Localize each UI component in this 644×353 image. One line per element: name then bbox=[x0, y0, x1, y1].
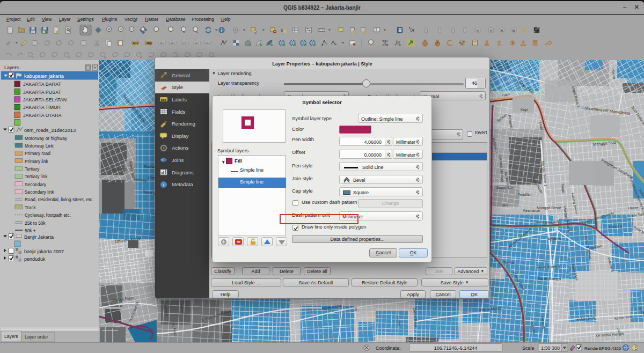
svg-text:JAKARTA PUSAT: JAKARTA PUSAT bbox=[23, 90, 62, 95]
svg-text:abc: abc bbox=[161, 98, 167, 101]
svg-text:Primary road: Primary road bbox=[25, 151, 50, 156]
svg-text:penduduk: penduduk bbox=[24, 256, 46, 262]
svg-text:Duri: Duri bbox=[502, 203, 508, 207]
svg-text:1:30 308: 1:30 308 bbox=[541, 345, 560, 351]
svg-text:Sawah Lio: Sawah Lio bbox=[496, 186, 513, 189]
svg-text:?: ? bbox=[399, 28, 401, 32]
svg-text:JAKARTA BARAT: JAKARTA BARAT bbox=[23, 82, 62, 87]
svg-text:Tertiary link: Tertiary link bbox=[25, 174, 48, 179]
svg-text:Scale: Scale bbox=[522, 345, 535, 351]
svg-text:JAKARTA SELATAN: JAKARTA SELATAN bbox=[23, 97, 67, 102]
svg-text:Motorway Link: Motorway Link bbox=[25, 143, 54, 149]
svg-text:Tertiary: Tertiary bbox=[25, 166, 40, 172]
svg-text:Coordinate:: Coordinate: bbox=[376, 345, 401, 351]
svg-text:1:1: 1:1 bbox=[130, 28, 134, 31]
svg-text:Road, residential, living stre: Road, residential, living street, etc. bbox=[25, 197, 93, 202]
svg-text:Lautze: Lautze bbox=[628, 206, 639, 210]
svg-text:Layer order: Layer order bbox=[25, 334, 48, 340]
svg-text:abc: abc bbox=[195, 41, 200, 45]
svg-text:Utan Jati: Utan Jati bbox=[110, 167, 127, 172]
svg-text:abc: abc bbox=[133, 41, 138, 45]
svg-text:abc: abc bbox=[183, 41, 188, 45]
svg-text:Mangga Besar: Mangga Besar bbox=[537, 206, 561, 210]
svg-text:abc: abc bbox=[206, 41, 210, 45]
svg-text:Kartini 8: Kartini 8 bbox=[609, 225, 622, 229]
svg-text:50k +: 50k + bbox=[25, 228, 36, 233]
svg-text:25k to 50k: 25k to 50k bbox=[25, 220, 46, 226]
svg-text:Primary link: Primary link bbox=[25, 159, 49, 164]
svg-text:Alaydrus: Alaydrus bbox=[547, 237, 561, 241]
svg-text:banjir jakarta 2007: banjir jakarta 2007 bbox=[24, 249, 64, 254]
svg-text:i: i bbox=[221, 28, 222, 33]
svg-text:Kopi: Kopi bbox=[521, 108, 528, 112]
svg-text:Secondary link: Secondary link bbox=[25, 189, 55, 195]
svg-text:Track: Track bbox=[25, 205, 36, 210]
svg-text:kabupaten jakarta: kabupaten jakarta bbox=[24, 73, 64, 79]
svg-text:106.71246,-6.14244: 106.71246,-6.14244 bbox=[434, 345, 478, 351]
svg-text:Cycleway, footpath etc.: Cycleway, footpath etc. bbox=[25, 212, 71, 218]
svg-text:Tanah Abang 4: Tanah Abang 4 bbox=[538, 277, 561, 281]
svg-text:Layers: Layers bbox=[4, 65, 19, 70]
svg-text:?: ? bbox=[412, 28, 415, 33]
svg-text:Siantar: Siantar bbox=[503, 261, 515, 264]
svg-text:Banjir Jakarta: Banjir Jakarta bbox=[24, 234, 54, 240]
svg-text:ε: ε bbox=[281, 27, 283, 33]
svg-text:osm_roads_21dec2013: osm_roads_21dec2013 bbox=[24, 128, 76, 133]
svg-text:abc: abc bbox=[160, 41, 165, 45]
svg-text:Keadilan: Keadilan bbox=[518, 193, 532, 196]
svg-text:JAKARTA TIMUR: JAKARTA TIMUR bbox=[23, 105, 61, 110]
svg-text:Secondary: Secondary bbox=[25, 182, 47, 187]
svg-text:EPSG:4326: EPSG:4326 bbox=[599, 346, 621, 351]
svg-text:Motorway or highway: Motorway or highway bbox=[25, 136, 68, 141]
svg-text:Tanah Abang 2: Tanah Abang 2 bbox=[537, 265, 560, 269]
svg-text:abc: abc bbox=[171, 41, 175, 45]
svg-text:JAKARTA UTARA: JAKARTA UTARA bbox=[23, 113, 62, 118]
svg-text:Layers: Layers bbox=[4, 334, 18, 339]
svg-text:Render: Render bbox=[584, 346, 599, 351]
